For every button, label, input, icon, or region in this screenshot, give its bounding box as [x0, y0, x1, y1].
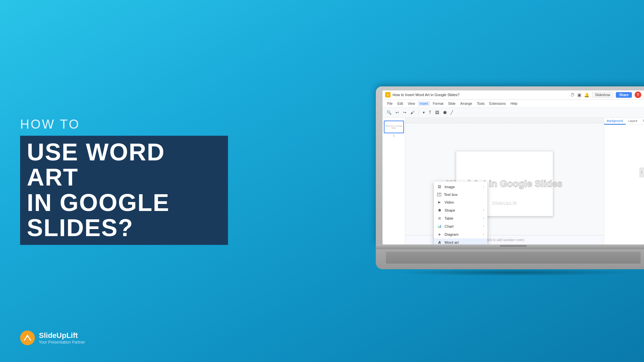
present-icon[interactable]: ▣	[577, 92, 581, 97]
menu-item-chart[interactable]: 📊 Chart ›	[434, 222, 487, 230]
menu-view[interactable]: View	[406, 101, 417, 106]
how-to-label: HOW TO	[20, 117, 228, 132]
redo-icon[interactable]: ↪	[402, 110, 408, 116]
menu-edit[interactable]: Edit	[395, 101, 405, 106]
insert-dropdown-menu: 🖼 Image › T Text box	[434, 182, 487, 244]
ruler-horizontal	[405, 118, 604, 123]
left-content-area: HOW TO USE WORD ART IN GOOGLE SLIDES?	[20, 117, 228, 245]
slide-thumb-text: Word Art in Google Slide	[385, 125, 403, 129]
right-panel-collapse[interactable]: ›	[639, 167, 644, 177]
logo-area: SlideUpLift Your Presentation Partner	[20, 331, 85, 345]
google-slides-icon: S	[385, 92, 391, 97]
slideuplift-logo-icon	[20, 331, 35, 345]
menu-extensions[interactable]: Extensions	[487, 101, 508, 106]
slide-thumbnail[interactable]: Word Art in Google Slide	[384, 121, 404, 133]
menu-item-word-art[interactable]: A Word art	[434, 238, 487, 244]
laptop-keyboard-area	[376, 249, 644, 269]
logo-brand-name: SlideUpLift	[39, 331, 85, 340]
menu-format[interactable]: Format	[431, 101, 446, 106]
gs-slide-panel: Word Art in Google Slide 1	[383, 118, 405, 244]
laptop: S How to Insert Word Art in Google Slide…	[376, 86, 644, 276]
zoom-icon[interactable]: 🔍	[385, 110, 393, 116]
title-line2: IN GOOGLE SLIDES?	[27, 190, 221, 241]
tab-background[interactable]: Background	[604, 118, 626, 125]
cursor-icon[interactable]: ▾	[421, 110, 426, 116]
menu-item-image[interactable]: 🖼 Image ›	[434, 183, 487, 191]
slideshow-button[interactable]: Slideshow	[592, 92, 613, 98]
right-panel-tabs: Background Layout Theme Transition	[604, 118, 644, 125]
paint-icon[interactable]: 🖌	[409, 110, 416, 116]
laptop-screen: S How to Insert Word Art in Google Slide…	[383, 90, 644, 244]
speaker-notes-placeholder: Click to add speaker notes	[485, 238, 524, 242]
user-avatar: T	[635, 91, 641, 98]
shape-menu-icon: ⬟	[437, 208, 442, 213]
undo-icon[interactable]: ↩	[394, 110, 400, 116]
menu-item-textbox[interactable]: T Text box	[434, 191, 487, 198]
history-icon[interactable]: ⏱	[570, 92, 575, 97]
chart-menu-icon: 📊	[437, 224, 442, 229]
gs-canvas: Word Art in Google Slides SlideUpLift ⊞ …	[405, 118, 604, 244]
gs-menubar: File Edit View Insert Format Slide Arran…	[383, 100, 644, 108]
gs-right-panel: Background Layout Theme Transition ›	[604, 118, 644, 244]
video-menu-icon: ▶	[437, 200, 442, 205]
titlebar-icons: ⏱ ▣ 🔔 Slideshow Share T	[570, 91, 641, 98]
tab-theme[interactable]: Theme	[640, 118, 644, 125]
menu-file[interactable]: File	[385, 101, 395, 106]
notification-icon[interactable]: 🔔	[584, 92, 589, 97]
slide-number: 1	[393, 134, 395, 137]
slide-panel-inner: Word Art in Google Slide 1	[384, 121, 404, 137]
gs-titlebar: S How to Insert Word Art in Google Slide…	[383, 90, 644, 100]
textbox-menu-icon: T	[437, 193, 441, 196]
main-title: USE WORD ART IN GOOGLE SLIDES?	[20, 136, 228, 245]
menu-insert[interactable]: Insert	[418, 101, 430, 106]
menu-help[interactable]: Help	[509, 101, 520, 106]
laptop-keyboard	[386, 252, 641, 264]
text-tool-icon[interactable]: T	[427, 110, 432, 116]
logo-text: SlideUpLift Your Presentation Partner	[39, 331, 85, 345]
diagram-menu-icon: ◈	[437, 232, 442, 237]
laptop-hinge	[376, 244, 644, 249]
image-menu-icon: 🖼	[437, 185, 442, 189]
gs-toolbar: 🔍 ↩ ↪ 🖌 ▾ T 🖼 ⬟ ╱	[383, 108, 644, 118]
shapes-tool-icon[interactable]: ⬟	[442, 110, 448, 116]
logo-tagline: Your Presentation Partner	[39, 340, 85, 345]
menu-item-video[interactable]: ▶ Video	[434, 198, 487, 206]
laptop-shadow	[396, 269, 631, 276]
menu-arrange[interactable]: Arrange	[458, 101, 474, 106]
menu-slide[interactable]: Slide	[446, 101, 458, 106]
image-tool-icon[interactable]: 🖼	[434, 110, 441, 116]
laptop-lid: S How to Insert Word Art in Google Slide…	[376, 86, 644, 244]
slide-watermark: SlideUpLift	[492, 201, 517, 206]
table-menu-icon: ⊞	[437, 216, 442, 221]
gs-editor: Word Art in Google Slide 1	[383, 118, 644, 244]
tab-layout[interactable]: Layout	[626, 118, 640, 125]
toolbar-sep1	[418, 110, 419, 115]
line-tool-icon[interactable]: ╱	[449, 110, 454, 116]
doc-title: How to Insert Word Art in Google Slides?	[393, 93, 568, 97]
menu-item-diagram[interactable]: ◈ Diagram ›	[434, 230, 487, 238]
menu-item-shape[interactable]: ⬟ Shape ›	[434, 206, 487, 214]
menu-item-table[interactable]: ⊞ Table ›	[434, 214, 487, 222]
word-art-menu-icon: A	[437, 240, 442, 244]
laptop-body: S How to Insert Word Art in Google Slide…	[376, 86, 644, 269]
share-button[interactable]: Share	[616, 92, 632, 98]
menu-tools[interactable]: Tools	[475, 101, 486, 106]
title-line1: USE WORD ART	[27, 140, 221, 190]
